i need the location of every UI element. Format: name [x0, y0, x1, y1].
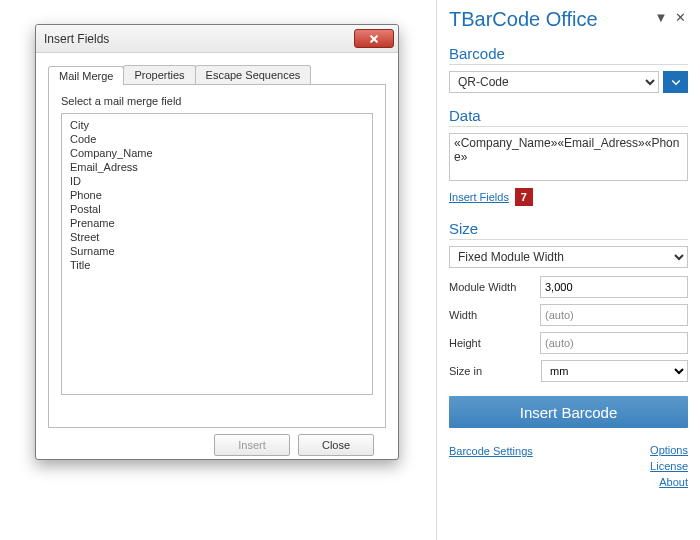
width-label: Width — [449, 309, 540, 321]
dialog-title: Insert Fields — [44, 32, 109, 46]
panel-window-controls[interactable]: ▼ ✕ — [655, 10, 688, 25]
barcode-expand-button[interactable] — [663, 71, 688, 93]
height-label: Height — [449, 337, 540, 349]
dialog-close-button[interactable] — [354, 29, 394, 48]
field-listbox[interactable]: City Code Company_Name Email_Adress ID P… — [61, 113, 373, 395]
tbarcode-panel: TBarCode Office ▼ ✕ Barcode QR-Code Data… — [436, 0, 696, 540]
height-input[interactable] — [540, 332, 688, 354]
size-in-select[interactable]: mm — [541, 360, 688, 382]
about-link[interactable]: About — [659, 476, 688, 488]
divider — [449, 126, 688, 127]
data-textarea[interactable]: «Company_Name»«Email_Adress»«Phone» — [449, 133, 688, 181]
size-mode-select[interactable]: Fixed Module Width — [449, 246, 688, 268]
width-row: Width — [449, 304, 688, 326]
dialog-buttons: Insert Close — [48, 428, 386, 456]
list-item[interactable]: Street — [64, 230, 370, 244]
tab-properties[interactable]: Properties — [123, 65, 195, 84]
module-width-input[interactable] — [540, 276, 688, 298]
options-link[interactable]: Options — [650, 444, 688, 456]
tab-mail-merge[interactable]: Mail Merge — [48, 66, 124, 85]
dialog-body: Mail Merge Properties Escape Sequences S… — [36, 53, 398, 468]
panel-title: TBarCode Office — [449, 8, 655, 31]
size-in-label: Size in — [449, 365, 541, 377]
list-item[interactable]: ID — [64, 174, 370, 188]
license-link[interactable]: License — [650, 460, 688, 472]
barcode-settings-link[interactable]: Barcode Settings — [449, 445, 533, 457]
list-item[interactable]: Postal — [64, 202, 370, 216]
insert-fields-dialog: Insert Fields Mail Merge Properties Esca… — [35, 24, 399, 460]
data-section-label: Data — [449, 107, 688, 124]
module-width-label: Module Width — [449, 281, 540, 293]
insert-barcode-button[interactable]: Insert Barcode — [449, 396, 688, 428]
list-item[interactable]: Phone — [64, 188, 370, 202]
tab-panel: Select a mail merge field City Code Comp… — [48, 84, 386, 428]
dialog-titlebar: Insert Fields — [36, 25, 398, 53]
size-section-label: Size — [449, 220, 688, 237]
annotation-badge-7: 7 — [515, 188, 533, 206]
insert-fields-row: Insert Fields 7 — [449, 188, 688, 206]
insert-fields-link[interactable]: Insert Fields — [449, 191, 509, 203]
divider — [449, 239, 688, 240]
width-input[interactable] — [540, 304, 688, 326]
list-item[interactable]: Code — [64, 132, 370, 146]
close-button[interactable]: Close — [298, 434, 374, 456]
tab-escape-sequences[interactable]: Escape Sequences — [195, 65, 312, 84]
list-item[interactable]: Surname — [64, 244, 370, 258]
panel-header: TBarCode Office ▼ ✕ — [449, 8, 688, 31]
list-item[interactable]: Email_Adress — [64, 160, 370, 174]
size-in-row: Size in mm — [449, 360, 688, 382]
chevron-down-icon — [670, 76, 682, 88]
list-item[interactable]: Company_Name — [64, 146, 370, 160]
dialog-prompt: Select a mail merge field — [61, 95, 373, 107]
barcode-type-select[interactable]: QR-Code — [449, 71, 659, 93]
divider — [449, 64, 688, 65]
list-item[interactable]: Prename — [64, 216, 370, 230]
insert-button[interactable]: Insert — [214, 434, 290, 456]
barcode-section-label: Barcode — [449, 45, 688, 62]
footer-links: Barcode Settings Options License About — [449, 444, 688, 488]
list-item[interactable]: City — [64, 118, 370, 132]
module-width-row: Module Width — [449, 276, 688, 298]
barcode-row: QR-Code — [449, 71, 688, 93]
dialog-tabs: Mail Merge Properties Escape Sequences — [48, 65, 386, 84]
list-item[interactable]: Title — [64, 258, 370, 272]
height-row: Height — [449, 332, 688, 354]
